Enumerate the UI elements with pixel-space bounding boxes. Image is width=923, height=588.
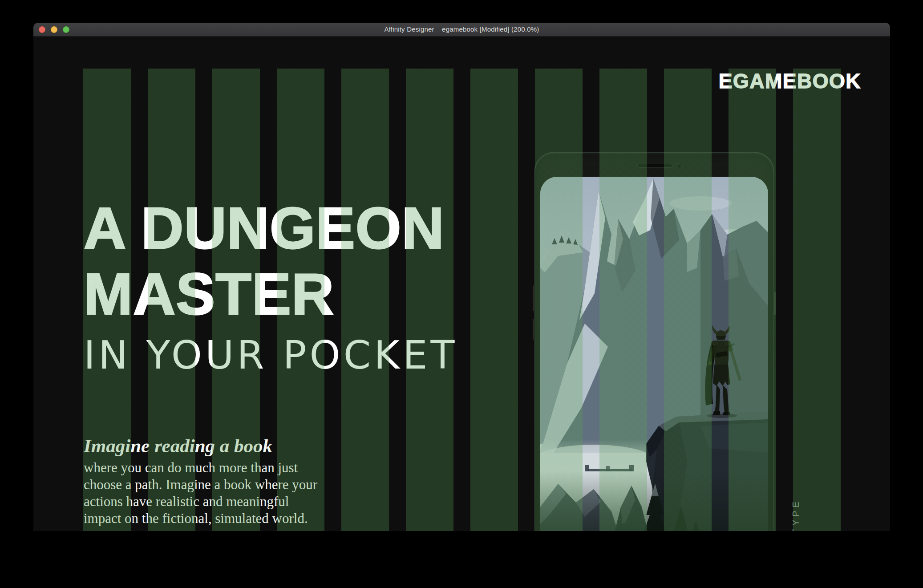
phone-mockup [534,152,774,531]
window-title: Affinity Designer – egamebook [Modified]… [33,23,890,36]
phone-volume-up-button [533,285,534,311]
headline-line-3: IN YOUR POCKET [84,336,457,375]
desktop-background: Affinity Designer – egamebook [Modified]… [0,0,923,588]
window-titlebar[interactable]: Affinity Designer – egamebook [Modified]… [33,23,890,36]
intro-body-text: where you can do much more than just cho… [84,459,317,527]
phone-volume-down-button [533,319,534,340]
intro-body-line: choose a path. Imagine a book where your [84,476,317,493]
intro-body-line: actions have realistic and meaningful [84,493,317,510]
intro-lead-text: Imagine reading a book [84,435,272,456]
prototype-vertical-label: PROTOTYPE [791,499,801,531]
phone-speaker-slot [638,164,672,167]
phone-power-button [774,292,776,315]
intro-body-line: where you can do much more than just [84,459,317,476]
phone-camera-dot [677,164,681,168]
design-canvas[interactable]: EGAMEBOOK A DUNGEON MASTER IN YOUR POCKE… [33,36,890,531]
phone-screen [540,177,768,531]
headline-line-1: A DUNGEON [84,199,445,258]
headline-line-2: MASTER [84,265,334,324]
affinity-designer-window: Affinity Designer – egamebook [Modified]… [33,23,890,588]
intro-body-line: impact on the fictional, simulated world… [84,510,317,527]
mountain-scene-illustration [540,177,768,531]
brand-logo: EGAMEBOOK [719,69,861,93]
